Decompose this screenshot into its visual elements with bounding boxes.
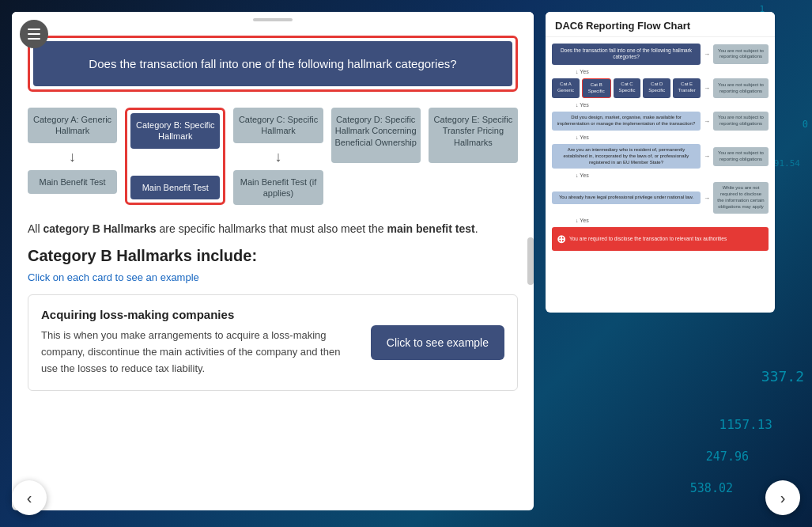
category-b-sub-label: Main Benefit Test bbox=[142, 183, 209, 192]
desc-prefix: All bbox=[28, 222, 43, 235]
example-card: Acquiring loss-making companies This is … bbox=[28, 294, 518, 390]
fc-q-label: Does the transaction fall into one of th… bbox=[561, 47, 692, 59]
fc-privilege-note: While you are not required to disclose t… bbox=[713, 182, 769, 213]
fc-arrow-2: → bbox=[704, 85, 710, 92]
question-box: Does the transaction fall into one of th… bbox=[28, 36, 518, 92]
fc-yes-label: ↓ Yes bbox=[552, 69, 769, 74]
click-instruction[interactable]: Click on each card to see an example bbox=[12, 271, 534, 283]
flowchart-header: DAC6 Reporting Flow Chart bbox=[546, 12, 775, 37]
question-text: Does the transaction fall into one of th… bbox=[33, 41, 512, 86]
category-d-box[interactable]: Category D: Specific Hallmark Concerning… bbox=[331, 108, 421, 163]
category-b-sub[interactable]: Main Benefit Test bbox=[130, 176, 220, 199]
hamburger-line bbox=[28, 33, 40, 35]
category-a-sub[interactable]: Main Benefit Test bbox=[28, 170, 117, 194]
fc-yes-label-5: ↓ Yes bbox=[552, 218, 769, 223]
fc-yes-label-3: ↓ Yes bbox=[552, 135, 769, 140]
category-e-box[interactable]: Category E: Specific Transfer Pricing Ha… bbox=[429, 108, 518, 163]
drag-bar bbox=[253, 18, 293, 21]
fc-cat-d: Cat DSpecific bbox=[643, 78, 670, 97]
desc-middle: are specific hallmarks that must also me… bbox=[157, 222, 387, 235]
right-panel: DAC6 Reporting Flow Chart Does the trans… bbox=[546, 12, 775, 313]
category-b-arrow: ↓ bbox=[172, 155, 179, 169]
category-a-label: Category A: Generic Hallmark bbox=[33, 115, 111, 135]
category-d-card[interactable]: Category D: Specific Hallmark Concerning… bbox=[331, 108, 421, 163]
desc-suffix: . bbox=[475, 222, 478, 235]
fc-cat-a: Cat AGeneric bbox=[552, 78, 580, 97]
fc-cats-row: Cat AGeneric Cat BSpecific Cat CSpecific… bbox=[552, 78, 769, 99]
fc-required-box: ⊕ You are required to disclose the trans… bbox=[552, 227, 769, 251]
prev-button[interactable]: ‹ bbox=[12, 480, 47, 515]
left-panel: Does the transaction fall into one of th… bbox=[12, 12, 534, 510]
hamburger-line bbox=[28, 38, 40, 40]
fc-row-5: You already have legal professional priv… bbox=[552, 182, 769, 213]
category-d-label: Category D: Specific Hallmark Concerning… bbox=[335, 115, 417, 147]
fc-arrow-3: → bbox=[704, 118, 710, 125]
category-c-sub[interactable]: Main Benefit Test (if applies) bbox=[233, 170, 323, 206]
fc-no-obligation-4: You are not subject to reporting obligat… bbox=[713, 147, 769, 166]
next-button[interactable]: › bbox=[765, 480, 800, 515]
fc-cat-b: Cat BSpecific bbox=[582, 78, 611, 97]
card-body: This is when you make arrangements to ac… bbox=[41, 328, 355, 377]
category-b-box[interactable]: Category B: Specific Hallmark bbox=[130, 113, 220, 149]
fc-no-obligation-2: You are not subject to reporting obligat… bbox=[713, 78, 769, 99]
category-a-box[interactable]: Category A: Generic Hallmark bbox=[28, 108, 117, 143]
prev-icon: ‹ bbox=[27, 489, 32, 507]
fc-arrow-5: → bbox=[704, 195, 710, 202]
fc-row-3: Did you design, market, organise, make a… bbox=[552, 112, 769, 131]
category-c-arrow: ↓ bbox=[275, 150, 282, 164]
card-title: Acquiring loss-making companies bbox=[41, 308, 355, 321]
category-c-box[interactable]: Category C: Specific Hallmark bbox=[233, 108, 323, 143]
fc-required-icon: ⊕ bbox=[557, 232, 566, 246]
fc-cat-e: Cat ETransfer bbox=[673, 78, 701, 97]
fc-privilege-box: You already have legal professional priv… bbox=[552, 191, 701, 204]
next-icon: › bbox=[780, 489, 786, 507]
fc-row-6: ⊕ You are required to disclose the trans… bbox=[552, 227, 769, 251]
drag-handle bbox=[12, 12, 534, 28]
click-example-button[interactable]: Click to see example bbox=[371, 325, 504, 360]
category-a-card[interactable]: Category A: Generic Hallmark ↓ Main Bene… bbox=[28, 108, 117, 194]
desc-bold2: main benefit test bbox=[387, 222, 474, 235]
fc-cats: Cat AGeneric Cat BSpecific Cat CSpecific… bbox=[552, 78, 701, 97]
desc-bold1: category B Hallmarks bbox=[43, 222, 156, 235]
scroll-indicator bbox=[527, 237, 534, 285]
fc-arrow-4: → bbox=[704, 153, 710, 160]
fc-yes-label-4: ↓ Yes bbox=[552, 173, 769, 178]
category-c-card[interactable]: Category C: Specific Hallmark ↓ Main Ben… bbox=[233, 108, 323, 205]
hamburger-button[interactable] bbox=[20, 20, 48, 48]
category-e-label: Category E: Specific Transfer Pricing Ha… bbox=[434, 115, 513, 147]
fc-sub-q1: Did you design, market, organise, make a… bbox=[552, 112, 701, 131]
category-a-sub-label: Main Benefit Test bbox=[40, 177, 106, 187]
category-b-label: Category B: Specific Hallmark bbox=[136, 120, 215, 141]
fc-question-box: Does the transaction fall into one of th… bbox=[552, 44, 701, 65]
fc-row-1: Does the transaction fall into one of th… bbox=[552, 44, 769, 65]
fc-arrow-1: → bbox=[704, 51, 710, 58]
main-container: Does the transaction fall into one of th… bbox=[0, 0, 812, 527]
flowchart-content: Does the transaction fall into one of th… bbox=[546, 37, 775, 257]
category-e-card[interactable]: Category E: Specific Transfer Pricing Ha… bbox=[429, 108, 518, 163]
hamburger-line bbox=[28, 28, 40, 30]
description-text: All category B Hallmarks are specific ha… bbox=[12, 221, 534, 237]
card-content: Acquiring loss-making companies This is … bbox=[41, 308, 355, 377]
fc-row-4: Are you an intermediary who is resident … bbox=[552, 144, 769, 169]
category-c-sub-label: Main Benefit Test (if applies) bbox=[240, 177, 316, 198]
fc-sub-q2: Are you an intermediary who is resident … bbox=[552, 144, 701, 169]
fc-required-label: You are required to disclose the transac… bbox=[569, 236, 727, 242]
fc-cat-c: Cat CSpecific bbox=[614, 78, 641, 97]
question-label: Does the transaction fall into one of th… bbox=[89, 57, 456, 70]
fc-no-obligation-3: You are not subject to reporting obligat… bbox=[713, 112, 769, 131]
section-heading: Category B Hallmarks include: bbox=[12, 247, 534, 265]
category-a-arrow: ↓ bbox=[69, 150, 76, 164]
category-b-wrapper[interactable]: Category B: Specific Hallmark ↓ Main Ben… bbox=[125, 108, 225, 205]
fc-no-obligation-1: You are not subject to reporting obligat… bbox=[713, 44, 769, 65]
categories-row: Category A: Generic Hallmark ↓ Main Bene… bbox=[12, 108, 534, 205]
fc-yes-label-2: ↓ Yes bbox=[552, 102, 769, 108]
category-c-label: Category C: Specific Hallmark bbox=[239, 115, 318, 135]
